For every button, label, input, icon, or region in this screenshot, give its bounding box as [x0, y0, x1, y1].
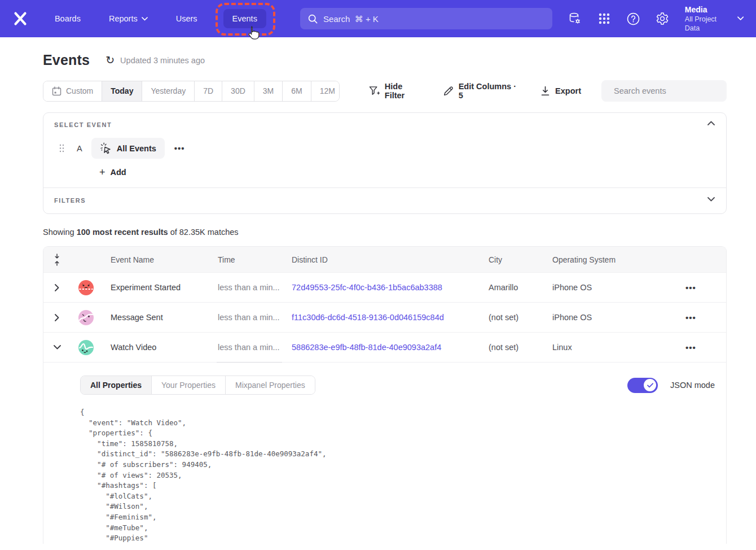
export-button[interactable]: Export — [540, 86, 581, 96]
expand-chevron-down-icon[interactable] — [707, 197, 715, 202]
pencil-icon — [443, 86, 454, 97]
global-search-input[interactable] — [323, 14, 544, 24]
add-event-label: Add — [111, 168, 126, 177]
hide-filter-label: Hide Filter — [385, 82, 423, 100]
event-time: less than a min... — [218, 283, 292, 292]
distinct-id-link[interactable]: 5886283e-e9fb-48fb-81de-40e9093a2af4 — [292, 343, 489, 352]
chevron-right-icon — [55, 284, 59, 291]
date-3m[interactable]: 3M — [254, 81, 283, 101]
nav-events-annotated: Events — [223, 9, 266, 28]
event-time: less than a min... — [218, 343, 292, 352]
primary-nav: Boards Reports Users Events — [47, 9, 266, 28]
table-header-row: Event Name Time Distinct ID City Operati… — [43, 247, 726, 272]
event-os: iPhone OS — [552, 283, 671, 292]
hide-filter-button[interactable]: Hide Filter — [369, 82, 423, 100]
json-mode-toggle[interactable] — [627, 378, 658, 393]
tab-your-properties[interactable]: Your Properties — [152, 376, 226, 394]
row-more-button[interactable]: ••• — [671, 283, 726, 293]
avatar-face-icon — [78, 340, 94, 355]
col-event-name[interactable]: Event Name — [111, 255, 218, 264]
row-expand-button[interactable] — [43, 284, 71, 291]
results-summary: Showing 100 most recent results of 82.35… — [43, 228, 727, 237]
col-operating-system[interactable]: Operating System — [552, 255, 671, 264]
nav-reports[interactable]: Reports — [101, 9, 156, 28]
nav-boards[interactable]: Boards — [47, 9, 89, 28]
avatar-face-icon — [78, 280, 94, 295]
settings-gear-icon[interactable] — [655, 11, 669, 26]
project-switcher[interactable]: Media All Project Data — [685, 5, 731, 33]
chevron-down-icon — [142, 17, 148, 21]
row-more-button[interactable]: ••• — [671, 343, 726, 352]
date-yesterday[interactable]: Yesterday — [142, 81, 195, 101]
mixpanel-logo-icon[interactable] — [11, 9, 30, 28]
row-collapse-button[interactable] — [43, 345, 71, 350]
event-selector-button[interactable]: All Events — [91, 138, 165, 159]
json-mode-label: JSON mode — [670, 381, 715, 390]
date-6m[interactable]: 6M — [283, 81, 311, 101]
project-name: Media — [685, 5, 731, 15]
date-today[interactable]: Today — [102, 81, 142, 101]
event-city: (not set) — [489, 313, 552, 322]
event-row-more-button[interactable]: ••• — [174, 143, 185, 153]
controls-row: Custom Today Yesterday 7D 30D 3M 6M 12M … — [43, 80, 727, 102]
date-7d[interactable]: 7D — [195, 81, 222, 101]
row-more-button[interactable]: ••• — [671, 313, 726, 322]
select-event-section: SELECT EVENT A All Events — [43, 113, 726, 177]
event-city: Amarillo — [489, 283, 552, 292]
unfold-arrows-icon — [54, 254, 60, 266]
nav-events[interactable]: Events — [223, 9, 266, 28]
avatar — [71, 310, 111, 325]
search-icon — [308, 14, 318, 24]
event-json-viewer[interactable]: { "event": "Watch Video", "properties": … — [80, 407, 715, 544]
table-toolbar: Hide Filter Edit Columns · 5 Export — [369, 80, 727, 102]
search-events-field[interactable] — [601, 80, 727, 102]
filters-label: FILTERS — [54, 197, 715, 204]
event-os: iPhone OS — [552, 313, 671, 322]
title-row: Events ↻ Updated 3 minutes ago — [43, 52, 727, 68]
properties-tabs: All Properties Your Properties Mixpanel … — [80, 376, 315, 395]
event-name[interactable]: Experiment Started — [111, 283, 218, 292]
avatar — [71, 280, 111, 295]
edit-columns-button[interactable]: Edit Columns · 5 — [443, 82, 521, 100]
apps-grid-icon[interactable] — [597, 11, 611, 26]
table-row: Message Sent less than a min... f11c30d6… — [43, 302, 726, 332]
nav-users[interactable]: Users — [168, 9, 205, 28]
table-row: Experiment Started less than a min... 72… — [43, 272, 726, 302]
col-city[interactable]: City — [489, 255, 552, 264]
col-distinct-id[interactable]: Distinct ID — [292, 255, 489, 264]
results-summary-count: 100 most recent results — [77, 228, 168, 237]
calendar-icon — [52, 86, 61, 96]
event-query-row: A All Events ••• — [59, 138, 715, 159]
help-icon[interactable] — [626, 11, 640, 26]
event-name[interactable]: Message Sent — [111, 313, 218, 322]
drag-handle-icon[interactable] — [59, 144, 64, 152]
event-detail-panel: All Properties Your Properties Mixpanel … — [43, 362, 726, 544]
distinct-id-link[interactable]: f11c30d6-dc6d-4518-9136-0d046159c84d — [292, 313, 489, 322]
refresh-icon[interactable]: ↻ — [106, 55, 115, 66]
date-custom[interactable]: Custom — [43, 81, 102, 101]
date-30d[interactable]: 30D — [222, 81, 254, 101]
search-events-input[interactable] — [614, 86, 719, 95]
project-chevron-down-icon[interactable] — [737, 16, 744, 21]
tab-mixpanel-properties[interactable]: Mixpanel Properties — [226, 376, 315, 394]
event-name[interactable]: Watch Video — [111, 343, 218, 352]
collapse-chevron-up-icon[interactable] — [707, 121, 715, 125]
plus-icon: + — [99, 167, 106, 177]
check-icon — [647, 383, 653, 388]
global-search[interactable] — [300, 8, 552, 29]
filter-funnel-icon — [369, 86, 380, 97]
col-time[interactable]: Time — [218, 255, 292, 264]
add-event-button[interactable]: + Add — [99, 167, 715, 177]
tab-all-properties[interactable]: All Properties — [81, 376, 152, 394]
download-icon — [540, 86, 550, 96]
events-table: Event Name Time Distinct ID City Operati… — [43, 246, 727, 544]
project-subtitle: All Project Data — [685, 15, 731, 33]
date-12m[interactable]: 12M — [311, 81, 340, 101]
row-expand-button[interactable] — [43, 314, 71, 321]
avatar-face-icon — [78, 310, 94, 325]
results-summary-suffix: of 82.35K matches — [168, 228, 239, 237]
distinct-id-link[interactable]: 72d49553-25fc-4f0c-b436-1b5ac6ab3388 — [292, 283, 489, 292]
data-management-icon[interactable] — [568, 11, 582, 26]
expand-collapse-all-button[interactable] — [43, 254, 71, 266]
app-root: Boards Reports Users Events — [0, 0, 756, 550]
